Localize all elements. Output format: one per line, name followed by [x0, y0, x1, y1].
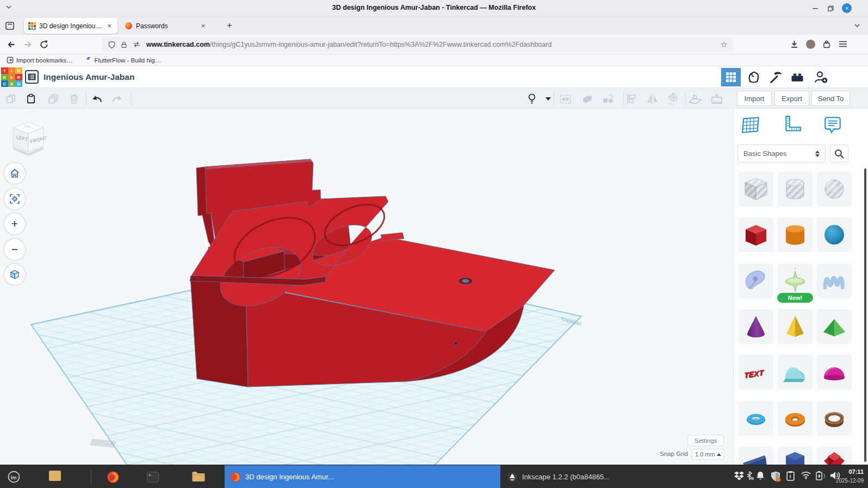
tray-battery[interactable]: [815, 471, 826, 480]
perspective-button[interactable]: [4, 264, 25, 285]
minimize-button[interactable]: –: [809, 3, 821, 14]
ruler-tool-icon[interactable]: [710, 92, 723, 105]
delete-icon[interactable]: [67, 92, 80, 105]
shape-tile-hole-sphere[interactable]: [817, 172, 852, 207]
export-button[interactable]: Export: [774, 91, 809, 106]
minecraft-button[interactable]: [766, 68, 785, 86]
group-select-icon[interactable]: [559, 92, 572, 105]
tracking-shield-icon[interactable]: [108, 41, 116, 49]
settings-button[interactable]: Settings: [687, 435, 724, 446]
menu-hamburger-icon[interactable]: [839, 40, 847, 48]
shape-tile-tube[interactable]: [817, 401, 852, 436]
magnet-icon[interactable]: [667, 92, 680, 105]
tab-workplane[interactable]: [739, 113, 763, 137]
lock-icon[interactable]: [120, 41, 128, 49]
share-button[interactable]: [811, 68, 831, 86]
workplane-tool-icon[interactable]: [689, 92, 702, 105]
snap-grid-spinner-icon[interactable]: [717, 453, 721, 456]
tab-ruler[interactable]: [780, 113, 804, 137]
tab-tinkercad[interactable]: 3D design Ingenious Amur-J ×: [24, 18, 117, 34]
shape-tile-donut[interactable]: [778, 401, 813, 436]
new-tab-button[interactable]: +: [223, 19, 236, 32]
extensions-icon[interactable]: [822, 40, 831, 49]
fit-view-button[interactable]: [4, 189, 25, 209]
inkscape-icon: [507, 472, 518, 483]
shape-tile-hole-cylinder[interactable]: [778, 172, 813, 207]
terminal-launcher[interactable]: s–: [146, 471, 159, 484]
shape-tile-text[interactable]: TEXTTEXT: [739, 355, 773, 390]
design-grid-button[interactable]: [721, 68, 741, 86]
url-bar[interactable]: www.tinkercad.com/things/gC1yusJsmvm-ing…: [102, 37, 733, 52]
panel-scrollbar[interactable]: [864, 168, 866, 462]
taskbar-active-window[interactable]: 3D design Ingenious Amur...: [225, 465, 500, 488]
view-cube[interactable]: TOP LEFT FRONT: [8, 118, 51, 162]
shape-category-dropdown[interactable]: Basic Shapes: [737, 145, 826, 162]
shape-tile-scribble[interactable]: [817, 264, 852, 298]
lego-button[interactable]: [788, 68, 807, 86]
profile-avatar[interactable]: [806, 40, 815, 49]
shape-tile-torus[interactable]: [739, 401, 773, 436]
import-button[interactable]: Import: [737, 91, 772, 106]
redo-icon[interactable]: [111, 92, 124, 105]
tab-close-icon[interactable]: ×: [200, 22, 207, 30]
undo-icon[interactable]: [90, 92, 103, 105]
design-menu-button[interactable]: [25, 70, 39, 84]
mirror-icon[interactable]: [646, 92, 659, 105]
show-all-dropdown-icon[interactable]: [542, 92, 555, 105]
tab-notes[interactable]: [821, 113, 845, 137]
viewport-canvas[interactable]: Tinkercad: [0, 109, 733, 465]
show-desktop-button[interactable]: [49, 471, 61, 481]
shape-tile-sphere[interactable]: [817, 217, 852, 252]
permissions-icon[interactable]: [132, 41, 141, 48]
tray-dropbox[interactable]: [734, 471, 744, 480]
sim-lab-button[interactable]: [744, 68, 764, 86]
firefox-view-icon[interactable]: [4, 20, 15, 31]
close-button[interactable]: ×: [841, 3, 853, 14]
taskbar-inkscape-window[interactable]: Inkscape 1.2.2 (b0a84865...: [501, 465, 726, 488]
tray-bluetooth[interactable]: [745, 471, 754, 480]
shape-tile-hole-box[interactable]: [739, 172, 773, 207]
forward-icon[interactable]: [23, 40, 33, 49]
shape-tile-extrusion[interactable]: [739, 264, 773, 298]
bookmark-import[interactable]: Import bookmarks…: [7, 57, 73, 64]
back-icon[interactable]: [7, 40, 16, 49]
shape-tile-paraboloid[interactable]: [817, 355, 852, 390]
copy-icon[interactable]: [4, 92, 17, 105]
shape-tile-cone[interactable]: [739, 309, 773, 344]
tray-clipboard[interactable]: !: [786, 471, 795, 481]
firefox-launcher[interactable]: [107, 471, 120, 484]
shape-tile-pyramid[interactable]: [778, 309, 813, 344]
downloads-icon[interactable]: [790, 40, 799, 49]
bookmark-star-icon[interactable]: ☆: [721, 40, 728, 49]
mint-menu-button[interactable]: lm: [8, 471, 20, 483]
align-icon[interactable]: [625, 92, 638, 105]
tab-passwords[interactable]: Passwords ×: [121, 18, 216, 34]
snap-grid-dropdown[interactable]: 1.0 mm: [692, 449, 724, 460]
files-launcher[interactable]: [191, 471, 205, 483]
tinkercad-logo[interactable]: TINKERCAD: [1, 67, 22, 87]
list-all-tabs-icon[interactable]: [854, 23, 860, 28]
show-all-icon[interactable]: [525, 92, 538, 105]
paste-icon[interactable]: [24, 92, 38, 105]
duplicate-icon[interactable]: [47, 92, 60, 105]
send-to-button[interactable]: Send To: [811, 91, 850, 106]
home-view-button[interactable]: [4, 163, 25, 184]
tray-security[interactable]: [770, 471, 782, 483]
zoom-out-button[interactable]: −: [4, 239, 25, 260]
reload-icon[interactable]: [39, 40, 49, 49]
group-icon[interactable]: [581, 92, 594, 105]
bookmark-flutterflow[interactable]: FlutterFlow - Build hig…: [85, 57, 162, 64]
tray-notifications[interactable]: [756, 471, 765, 480]
tab-close-icon[interactable]: ×: [106, 22, 113, 30]
shape-tile-roof[interactable]: [817, 309, 852, 344]
shape-tile-cylinder[interactable]: [778, 217, 813, 252]
shape-tile-half-cylinder[interactable]: [778, 355, 813, 390]
ungroup-icon[interactable]: [602, 92, 615, 105]
restore-button[interactable]: [824, 3, 836, 14]
design-title[interactable]: Ingenious Amur-Jaban: [44, 72, 134, 82]
shape-tile-box[interactable]: [739, 217, 773, 252]
zoom-in-button[interactable]: +: [4, 214, 25, 234]
tray-wifi[interactable]: [801, 471, 811, 479]
taskbar-clock[interactable]: 07:11 2025-12-09: [836, 467, 864, 485]
shape-search-button[interactable]: [830, 145, 848, 162]
